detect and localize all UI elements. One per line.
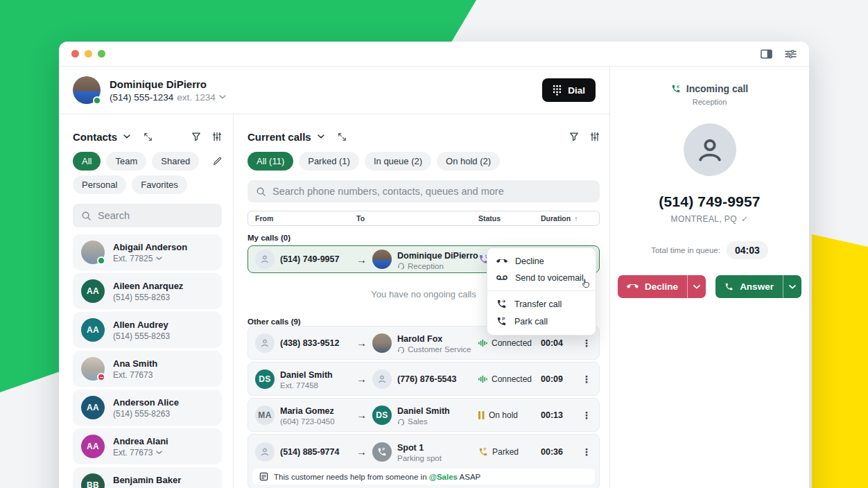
titlebar: [59, 42, 809, 67]
call-note: This customer needs help from someone in…: [252, 469, 595, 485]
contact-row[interactable]: BB Benjamin Baker (514) 555-8263: [73, 467, 222, 488]
chevron-down-icon[interactable]: [219, 95, 226, 99]
row-menu-icon[interactable]: ⋮: [581, 410, 592, 421]
decline-options-chevron[interactable]: [687, 275, 706, 298]
note-mention-link[interactable]: @Sales: [429, 473, 458, 481]
contacts-filter-favorites[interactable]: Favorites: [132, 175, 186, 194]
phone-down-icon: [496, 259, 507, 264]
calls-search-input[interactable]: [272, 186, 591, 197]
minimize-window-button[interactable]: [85, 50, 92, 58]
contacts-filter-personal[interactable]: Personal: [73, 175, 126, 194]
queue-time-label: Total time in queue:: [651, 246, 720, 254]
contact-detail: (514) 555-8263: [113, 409, 170, 419]
calls-filter-on-hold[interactable]: On hold (2): [437, 152, 500, 171]
avatar-initials: AA: [87, 286, 99, 296]
phone-icon: [724, 282, 734, 291]
calls-filter-in-queue[interactable]: In queue (2): [365, 152, 431, 171]
contact-row[interactable]: Abigail Anderson Ext. 77825: [73, 234, 222, 270]
callee-queue: Sales: [408, 417, 428, 426]
chevron-down-icon[interactable]: [156, 256, 162, 261]
arrow-right-icon: →: [356, 254, 367, 265]
caller-avatar: [684, 123, 736, 176]
call-duration: 00:36: [541, 447, 581, 457]
answer-button[interactable]: Answer: [715, 275, 783, 298]
contacts-filter-shared[interactable]: Shared: [152, 152, 199, 171]
zoom-window-button[interactable]: [98, 50, 105, 58]
unknown-caller-icon: [255, 250, 275, 269]
contact-detail: (514) 555-8263: [113, 293, 170, 302]
contact-detail: Ext. 77825: [113, 254, 153, 263]
contact-row[interactable]: AA Allen Audrey (514) 555-8263: [73, 312, 222, 348]
avatar-initials: AA: [87, 403, 99, 412]
headset-icon: [397, 262, 405, 270]
callee-queue: Reception: [408, 262, 444, 270]
parking-spot-icon: P: [372, 442, 392, 462]
headset-icon: [397, 346, 405, 354]
verified-check-icon[interactable]: ✓: [741, 214, 748, 224]
contact-name: Andrea Alani: [113, 436, 168, 446]
contact-row[interactable]: Ana Smith Ext. 77673: [73, 351, 222, 387]
parked-phone-icon: P: [478, 447, 488, 457]
sort-settings-icon[interactable]: [212, 132, 222, 141]
caller-detail: Ext. 77458: [280, 381, 318, 390]
menu-divider: [487, 290, 596, 291]
user-line-selector[interactable]: (514) 555-1234 ext. 1234: [110, 92, 226, 103]
calls-filter-all[interactable]: All (11): [248, 152, 293, 171]
answer-options-chevron[interactable]: [783, 275, 801, 298]
menu-item-send-to-voicemail[interactable]: Send to voicemail: [487, 270, 596, 286]
chevron-down-icon[interactable]: [318, 134, 324, 139]
contacts-filter-all[interactable]: All: [73, 152, 101, 171]
column-from: From: [255, 214, 356, 223]
calls-filter-parked[interactable]: Parked (1): [299, 152, 359, 171]
queue-time-value: 04:03: [727, 241, 768, 259]
menu-item-label: Transfer call: [514, 299, 562, 309]
sort-settings-icon[interactable]: [590, 132, 600, 141]
call-row[interactable]: DS Daniel Smith Ext. 77458 → (776) 876-5…: [248, 362, 600, 396]
filter-icon[interactable]: [191, 132, 201, 141]
connected-equalizer-icon: [478, 339, 487, 347]
avatar: MA: [255, 406, 275, 425]
contact-row[interactable]: AA Aileen Anarquez (514) 555-8263: [73, 273, 222, 309]
user-status-dot: [93, 96, 101, 105]
my-calls-section-label: My calls (0): [248, 234, 600, 242]
contact-row[interactable]: AA Anderson Alice (514) 555-8263: [73, 390, 222, 426]
contact-row[interactable]: AA Andrea Alani Ext. 77673: [73, 428, 222, 464]
decline-button[interactable]: Decline: [618, 275, 687, 298]
menu-item-decline[interactable]: Decline: [487, 253, 596, 270]
call-row[interactable]: MA Maria Gomez (604) 723-0450 → DS Danie…: [248, 398, 600, 432]
user-avatar: [73, 76, 101, 104]
display-settings-icon[interactable]: [785, 49, 797, 59]
column-duration[interactable]: Duration↑: [541, 214, 581, 223]
note-icon: [259, 472, 268, 481]
answer-split-button: Answer: [715, 275, 801, 298]
contacts-filter-team[interactable]: Team: [106, 152, 146, 171]
row-menu-icon[interactable]: ⋮: [581, 446, 592, 458]
unknown-caller-icon: [255, 333, 275, 353]
contacts-search-input[interactable]: [98, 210, 227, 221]
filter-icon[interactable]: [569, 132, 579, 141]
menu-item-transfer-call[interactable]: Transfer call: [487, 295, 596, 313]
expand-panel-icon[interactable]: [144, 132, 153, 141]
svg-text:P: P: [383, 447, 385, 451]
sort-arrow-icon: ↑: [574, 214, 578, 223]
callee-detail: Parking spot: [397, 454, 442, 462]
toggle-panel-icon[interactable]: [761, 49, 772, 59]
chevron-down-icon[interactable]: [123, 134, 130, 139]
app-header: Dominique DiPierro (514) 555-1234 ext. 1…: [59, 67, 609, 114]
caller-number: (438) 833-9512: [280, 338, 339, 348]
call-row[interactable]: (514) 885-9774 → P Spot 1 Parking spot P…: [248, 435, 599, 469]
chevron-down-icon[interactable]: [156, 451, 162, 455]
contact-name: Allen Audrey: [113, 320, 170, 330]
row-menu-icon[interactable]: ⋮: [581, 374, 592, 385]
expand-panel-icon[interactable]: [338, 132, 347, 141]
avatar-initials: DS: [259, 374, 270, 384]
avatar-initials: BB: [87, 480, 99, 488]
arrow-right-icon: →: [356, 446, 367, 458]
column-status: Status: [478, 214, 541, 223]
menu-item-park-call[interactable]: P Park call: [487, 313, 596, 330]
row-menu-icon[interactable]: ⋮: [581, 338, 592, 349]
close-window-button[interactable]: [71, 50, 79, 58]
dial-button[interactable]: Dial: [542, 78, 596, 102]
edit-filters-icon[interactable]: [213, 157, 222, 166]
callee-number: (776) 876-5543: [397, 374, 456, 384]
